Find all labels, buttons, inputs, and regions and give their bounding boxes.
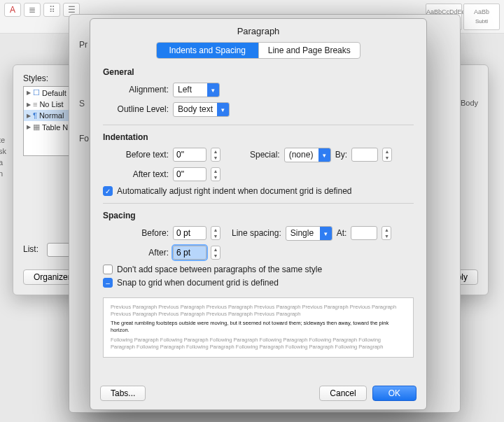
list-item[interactable]: ▶¶Normal <box>24 110 73 121</box>
special-select[interactable]: (none)▾ <box>284 148 331 162</box>
at-label: At: <box>337 228 347 238</box>
line-spacing-select[interactable]: Single▾ <box>286 226 332 241</box>
style-subtle[interactable]: AaBb Subtl <box>463 3 500 30</box>
chevron-down-icon: ▾ <box>217 103 229 116</box>
preview-box: Previous Paragraph Previous Paragraph Pr… <box>103 297 414 358</box>
tabs-button[interactable]: Tabs... <box>100 386 146 401</box>
chevron-down-icon: ▾ <box>207 83 219 97</box>
before-text-label: Before text: <box>103 150 169 160</box>
chevron-down-icon: ▾ <box>320 227 332 240</box>
alignment-select[interactable]: Left▾ <box>173 83 220 97</box>
font-color-icon[interactable]: A <box>4 3 21 17</box>
spacing-heading: Spacing <box>103 211 414 220</box>
special-label: Special: <box>250 150 280 160</box>
dont-add-space-checkbox[interactable] <box>103 265 113 274</box>
ok-button[interactable]: OK <box>372 386 416 401</box>
snap-grid-checkbox[interactable]: – <box>103 278 113 288</box>
spacing-after-label: After: <box>103 248 169 258</box>
bullets-icon[interactable]: ≣ <box>24 3 41 17</box>
doc-gutter-text: teskan <box>0 134 6 179</box>
styles-listbox[interactable]: ▶☐Default ▶≡No List ▶¶Normal ▶▦Table N <box>23 86 74 156</box>
general-heading: General <box>103 67 414 77</box>
snap-grid-label: Snap to grid when document grid is defin… <box>117 278 279 288</box>
tab-line-page-breaks[interactable]: Line and Page Breaks <box>258 43 360 58</box>
after-text-label: After text: <box>103 169 169 179</box>
after-text-field[interactable] <box>173 167 206 181</box>
dont-add-space-label: Don't add space between paragraphs of th… <box>117 265 322 274</box>
list-label: List: <box>23 244 38 254</box>
list-item[interactable]: ▶☐Default <box>24 87 73 99</box>
paragraph-title: Paragraph <box>90 19 426 42</box>
at-stepper[interactable]: ▲▼ <box>382 226 391 240</box>
tab-strip: Indents and Spacing Line and Page Breaks <box>156 42 360 59</box>
indentation-heading: Indentation <box>103 132 414 142</box>
auto-indent-checkbox[interactable]: ✓ <box>103 186 113 196</box>
spacing-after-stepper[interactable]: ▲▼ <box>211 246 220 260</box>
spacing-before-field[interactable] <box>173 226 206 240</box>
modify-show-label: S <box>79 99 85 108</box>
auto-indent-label: Automatically adjust right indent when d… <box>117 186 352 196</box>
modify-fo-label: Fo <box>79 134 89 143</box>
before-text-field[interactable] <box>173 148 206 162</box>
by-stepper[interactable]: ▲▼ <box>382 148 392 162</box>
outline-level-label: Outline Level: <box>103 104 169 114</box>
outline-level-select[interactable]: Body text▾ <box>173 102 230 117</box>
numbering-icon[interactable]: ⠿ <box>43 3 60 17</box>
at-field[interactable] <box>351 226 377 240</box>
list-item[interactable]: ▶▦Table N <box>24 121 73 133</box>
cancel-button[interactable]: Cancel <box>319 386 366 401</box>
before-text-stepper[interactable]: ▲▼ <box>211 148 220 162</box>
spacing-after-field[interactable] <box>173 246 206 260</box>
paragraph-sheet: Paragraph Indents and Spacing Line and P… <box>90 18 427 410</box>
chevron-down-icon: ▾ <box>318 148 330 162</box>
modify-properties-label: Pr <box>79 40 88 50</box>
alignment-label: Alignment: <box>103 85 169 94</box>
by-label: By: <box>335 150 347 160</box>
line-spacing-label: Line spacing: <box>232 228 281 238</box>
list-item[interactable]: ▶≡No List <box>24 99 73 110</box>
after-text-stepper[interactable]: ▲▼ <box>211 167 220 181</box>
by-field[interactable] <box>351 148 378 162</box>
spacing-before-stepper[interactable]: ▲▼ <box>211 226 220 240</box>
spacing-before-label: Before: <box>103 228 169 238</box>
tab-indents-spacing[interactable]: Indents and Spacing <box>157 43 258 58</box>
